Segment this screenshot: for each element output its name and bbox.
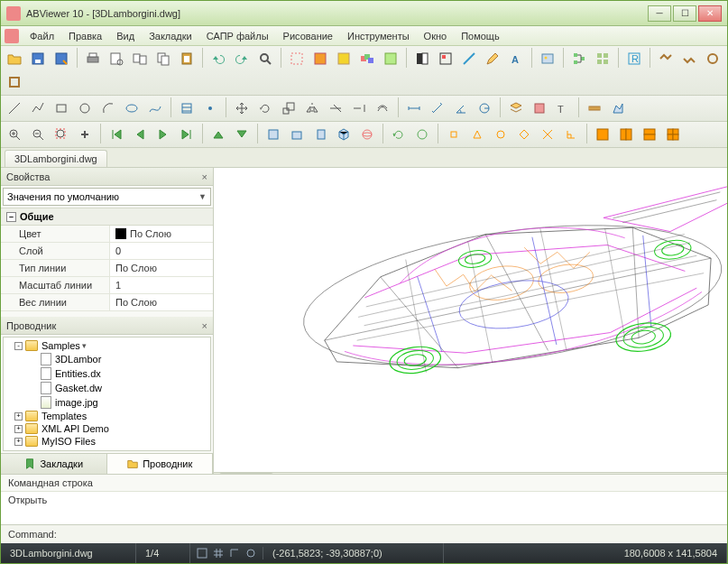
command-line[interactable]: Command: [1, 524, 727, 543]
menu-cad-files[interactable]: САПР файлы [199, 29, 276, 43]
collapse-icon[interactable]: – [6, 212, 16, 222]
view-top-icon[interactable] [263, 124, 284, 145]
save-as-icon[interactable] [51, 48, 72, 69]
menu-help[interactable]: Помощь [454, 29, 507, 43]
prop-group-general[interactable]: – Общие [1, 208, 213, 226]
zoom-extents-icon[interactable] [51, 124, 72, 145]
refresh-icon[interactable] [388, 124, 410, 145]
print-icon[interactable] [82, 48, 104, 69]
snap-intersect-icon[interactable] [537, 124, 558, 145]
blocks-icon[interactable] [529, 97, 550, 119]
snap-center-icon[interactable] [490, 124, 511, 145]
point-icon[interactable] [199, 97, 221, 119]
view-side-icon[interactable] [309, 124, 331, 145]
win1-icon[interactable] [592, 124, 613, 145]
menu-edit[interactable]: Правка [61, 29, 109, 43]
nav-last-icon[interactable] [176, 124, 198, 145]
snap-mid-icon[interactable] [466, 124, 488, 145]
pencil-icon[interactable] [482, 48, 503, 69]
open-icon[interactable] [4, 48, 25, 69]
textstyle-icon[interactable]: T [552, 97, 574, 119]
zoom-out-icon[interactable] [27, 124, 49, 145]
view-iso-icon[interactable] [333, 124, 355, 145]
rotate-icon[interactable] [254, 97, 276, 119]
save-icon[interactable] [27, 48, 49, 69]
document-tab[interactable]: 3DLamborgini.dwg [5, 150, 107, 167]
menu-file[interactable]: Файл [23, 29, 61, 43]
menu-tools[interactable]: Инструменты [340, 29, 417, 43]
menu-view[interactable]: Вид [109, 29, 142, 43]
dim-linear-icon[interactable] [403, 97, 425, 119]
nav-up-icon[interactable] [207, 124, 229, 145]
paste-icon[interactable] [176, 48, 198, 69]
tab-explorer[interactable]: Проводник [107, 454, 214, 474]
prop-row-color[interactable]: Цвет По Слою [1, 226, 213, 243]
nav-prev-icon[interactable] [129, 124, 151, 145]
expand-icon[interactable]: + [14, 425, 23, 433]
tree-item[interactable]: Gasket.dw [5, 381, 208, 395]
prop-row-lineweight[interactable]: Вес линии По Слою [1, 294, 213, 311]
ortho-icon[interactable] [228, 547, 241, 559]
view1-icon[interactable] [655, 48, 677, 69]
zoom-in-icon[interactable] [4, 124, 25, 145]
line-icon[interactable] [4, 97, 25, 119]
prop-row-linescale[interactable]: Масштаб линии 1 [1, 277, 213, 294]
view3-icon[interactable] [702, 48, 723, 69]
dim-angular-icon[interactable] [450, 97, 472, 119]
expand-icon[interactable]: - [14, 342, 23, 350]
view4-icon[interactable] [4, 71, 25, 93]
tree-item[interactable]: 3DLambor [5, 352, 208, 366]
multipage-print-icon[interactable] [129, 48, 151, 69]
win2-icon[interactable] [615, 124, 637, 145]
snap-icon[interactable] [196, 547, 208, 559]
prop-row-layer[interactable]: Слой 0 [1, 243, 213, 260]
measure-icon[interactable] [584, 97, 605, 119]
copy-icon[interactable] [152, 48, 174, 69]
arc-icon[interactable] [97, 97, 119, 119]
view2-icon[interactable] [678, 48, 700, 69]
tab-bookmarks[interactable]: Закладки [1, 454, 107, 474]
menu-window[interactable]: Окно [417, 29, 455, 43]
rect-icon[interactable] [51, 97, 72, 119]
snap-node-icon[interactable] [513, 124, 535, 145]
print-preview-icon[interactable] [106, 48, 127, 69]
expand-icon[interactable]: + [14, 438, 23, 446]
osnap-icon[interactable] [244, 547, 257, 559]
polyline-icon[interactable] [27, 97, 49, 119]
snap-perp-icon[interactable] [560, 124, 582, 145]
trim-icon[interactable] [325, 97, 346, 119]
undo-icon[interactable] [207, 48, 229, 69]
tree-item[interactable]: image.jpg [5, 395, 208, 410]
close-button[interactable]: ✕ [698, 5, 722, 22]
grid-status-icon[interactable] [212, 547, 225, 559]
prop-row-linetype[interactable]: Тип линии По Слою [1, 260, 213, 277]
layers-icon[interactable] [505, 97, 527, 119]
panel-close-icon[interactable]: × [202, 320, 207, 331]
panel-close-icon[interactable]: × [202, 171, 207, 182]
tree-icon[interactable] [568, 48, 590, 69]
nav-first-icon[interactable] [106, 124, 127, 145]
line-tool-icon[interactable] [458, 48, 480, 69]
mirror-icon[interactable] [301, 97, 323, 119]
file-tree[interactable]: -Samples▾3DLamborEntities.dxGasket.dwima… [3, 337, 211, 451]
area-icon[interactable] [607, 97, 629, 119]
tree-item[interactable]: +Templates [5, 410, 208, 422]
minimize-button[interactable]: ─ [648, 5, 671, 22]
spline-icon[interactable] [144, 97, 166, 119]
register-icon[interactable]: R [623, 48, 645, 69]
dim-aligned-icon[interactable] [427, 97, 448, 119]
tree-item[interactable]: Entities.dx [5, 366, 208, 381]
win4-icon[interactable] [662, 124, 684, 145]
snap-end-icon[interactable] [443, 124, 465, 145]
ellipse-icon[interactable] [121, 97, 143, 119]
search-icon[interactable] [254, 48, 276, 69]
maximize-button[interactable]: ☐ [673, 5, 696, 22]
scale-icon[interactable] [278, 97, 299, 119]
tree-item[interactable]: +XML API Demo [5, 422, 208, 435]
layer1-icon[interactable] [309, 48, 331, 69]
tree-item[interactable]: +MyISO Files [5, 435, 208, 448]
extend-icon[interactable] [348, 97, 370, 119]
tree-item[interactable]: -Samples▾ [5, 339, 208, 352]
redo-icon[interactable] [231, 48, 253, 69]
menu-draw[interactable]: Рисование [276, 29, 340, 43]
